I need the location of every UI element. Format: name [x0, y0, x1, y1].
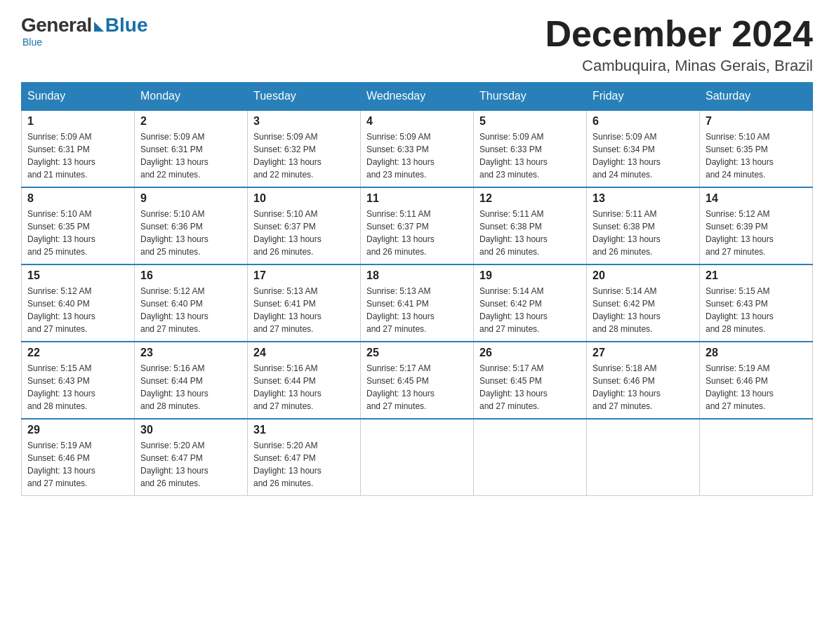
day-info: Sunrise: 5:09 AMSunset: 6:32 PMDaylight:…	[253, 130, 355, 181]
day-info: Sunrise: 5:19 AMSunset: 6:46 PMDaylight:…	[706, 362, 807, 412]
calendar-cell: 17Sunrise: 5:13 AMSunset: 6:41 PMDayligh…	[248, 264, 361, 342]
day-number: 2	[140, 115, 241, 128]
day-info: Sunrise: 5:09 AMSunset: 6:33 PMDaylight:…	[366, 130, 468, 181]
day-number: 15	[27, 269, 128, 282]
day-number: 28	[706, 347, 807, 359]
day-number: 12	[479, 192, 581, 205]
calendar-cell: 13Sunrise: 5:11 AMSunset: 6:38 PMDayligh…	[587, 187, 700, 264]
day-info: Sunrise: 5:11 AMSunset: 6:38 PMDaylight:…	[593, 208, 694, 258]
calendar-cell: 14Sunrise: 5:12 AMSunset: 6:39 PMDayligh…	[700, 187, 813, 264]
day-info: Sunrise: 5:10 AMSunset: 6:35 PMDaylight:…	[706, 130, 807, 181]
calendar-cell: 1Sunrise: 5:09 AMSunset: 6:31 PMDaylight…	[22, 110, 135, 187]
day-info: Sunrise: 5:12 AMSunset: 6:40 PMDaylight:…	[140, 285, 241, 335]
day-info: Sunrise: 5:09 AMSunset: 6:34 PMDaylight:…	[593, 130, 694, 181]
day-info: Sunrise: 5:13 AMSunset: 6:41 PMDaylight:…	[366, 285, 468, 335]
day-info: Sunrise: 5:12 AMSunset: 6:39 PMDaylight:…	[706, 208, 807, 258]
logo: General Blue Blue	[21, 14, 147, 48]
day-info: Sunrise: 5:11 AMSunset: 6:37 PMDaylight:…	[366, 208, 468, 258]
day-number: 7	[706, 115, 807, 128]
day-info: Sunrise: 5:10 AMSunset: 6:36 PMDaylight:…	[140, 208, 241, 258]
week-row-1: 1Sunrise: 5:09 AMSunset: 6:31 PMDaylight…	[22, 110, 813, 187]
calendar-cell: 31Sunrise: 5:20 AMSunset: 6:47 PMDayligh…	[248, 419, 361, 496]
day-info: Sunrise: 5:20 AMSunset: 6:47 PMDaylight:…	[140, 439, 241, 490]
calendar-cell: 30Sunrise: 5:20 AMSunset: 6:47 PMDayligh…	[135, 419, 248, 496]
day-number: 24	[253, 347, 355, 359]
day-info: Sunrise: 5:19 AMSunset: 6:46 PMDaylight:…	[27, 439, 128, 490]
logo-blue-text: Blue	[105, 14, 148, 36]
day-info: Sunrise: 5:18 AMSunset: 6:46 PMDaylight:…	[593, 362, 694, 412]
day-number: 21	[706, 269, 807, 282]
day-number: 30	[140, 424, 241, 436]
weekday-header-monday: Monday	[135, 83, 248, 111]
calendar-cell: 9Sunrise: 5:10 AMSunset: 6:36 PMDaylight…	[135, 187, 248, 264]
day-number: 8	[27, 192, 128, 205]
day-number: 31	[253, 424, 355, 436]
week-row-2: 8Sunrise: 5:10 AMSunset: 6:35 PMDaylight…	[22, 187, 813, 264]
logo-tagline: Blue	[22, 36, 147, 48]
calendar-cell: 21Sunrise: 5:15 AMSunset: 6:43 PMDayligh…	[700, 264, 813, 342]
calendar-cell	[361, 419, 474, 496]
day-number: 3	[253, 115, 355, 128]
day-number: 18	[366, 269, 468, 282]
weekday-header-row: SundayMondayTuesdayWednesdayThursdayFrid…	[22, 83, 813, 111]
calendar-cell: 20Sunrise: 5:14 AMSunset: 6:42 PMDayligh…	[587, 264, 700, 342]
day-info: Sunrise: 5:10 AMSunset: 6:35 PMDaylight:…	[27, 208, 128, 258]
calendar-cell: 22Sunrise: 5:15 AMSunset: 6:43 PMDayligh…	[22, 342, 135, 419]
day-number: 25	[366, 347, 468, 359]
week-row-5: 29Sunrise: 5:19 AMSunset: 6:46 PMDayligh…	[22, 419, 813, 496]
day-info: Sunrise: 5:09 AMSunset: 6:33 PMDaylight:…	[479, 130, 581, 181]
day-info: Sunrise: 5:16 AMSunset: 6:44 PMDaylight:…	[253, 362, 355, 412]
calendar-cell: 5Sunrise: 5:09 AMSunset: 6:33 PMDaylight…	[474, 110, 587, 187]
logo-triangle-icon	[94, 22, 104, 32]
calendar-cell: 29Sunrise: 5:19 AMSunset: 6:46 PMDayligh…	[22, 419, 135, 496]
calendar-cell: 28Sunrise: 5:19 AMSunset: 6:46 PMDayligh…	[700, 342, 813, 419]
day-info: Sunrise: 5:15 AMSunset: 6:43 PMDaylight:…	[27, 362, 128, 412]
calendar-cell: 2Sunrise: 5:09 AMSunset: 6:31 PMDaylight…	[135, 110, 248, 187]
day-info: Sunrise: 5:09 AMSunset: 6:31 PMDaylight:…	[27, 130, 128, 181]
weekday-header-friday: Friday	[587, 83, 700, 111]
calendar-cell: 19Sunrise: 5:14 AMSunset: 6:42 PMDayligh…	[474, 264, 587, 342]
title-section: December 2024 Cambuquira, Minas Gerais, …	[545, 14, 813, 75]
day-info: Sunrise: 5:11 AMSunset: 6:38 PMDaylight:…	[479, 208, 581, 258]
calendar-cell: 26Sunrise: 5:17 AMSunset: 6:45 PMDayligh…	[474, 342, 587, 419]
day-info: Sunrise: 5:09 AMSunset: 6:31 PMDaylight:…	[140, 130, 241, 181]
day-number: 19	[479, 269, 581, 282]
day-number: 13	[593, 192, 694, 205]
day-number: 20	[593, 269, 694, 282]
calendar-cell: 10Sunrise: 5:10 AMSunset: 6:37 PMDayligh…	[248, 187, 361, 264]
weekday-header-sunday: Sunday	[22, 83, 135, 111]
week-row-3: 15Sunrise: 5:12 AMSunset: 6:40 PMDayligh…	[22, 264, 813, 342]
weekday-header-thursday: Thursday	[474, 83, 587, 111]
day-number: 17	[253, 269, 355, 282]
day-info: Sunrise: 5:14 AMSunset: 6:42 PMDaylight:…	[593, 285, 694, 335]
calendar-cell: 12Sunrise: 5:11 AMSunset: 6:38 PMDayligh…	[474, 187, 587, 264]
location-subtitle: Cambuquira, Minas Gerais, Brazil	[545, 57, 813, 75]
calendar-cell: 8Sunrise: 5:10 AMSunset: 6:35 PMDaylight…	[22, 187, 135, 264]
weekday-header-wednesday: Wednesday	[361, 83, 474, 111]
day-number: 29	[27, 424, 128, 436]
day-number: 11	[366, 192, 468, 205]
weekday-header-saturday: Saturday	[700, 83, 813, 111]
day-number: 22	[27, 347, 128, 359]
weekday-header-tuesday: Tuesday	[248, 83, 361, 111]
day-number: 26	[479, 347, 581, 359]
logo-general-text: General	[21, 14, 92, 36]
calendar-cell: 25Sunrise: 5:17 AMSunset: 6:45 PMDayligh…	[361, 342, 474, 419]
calendar-cell: 7Sunrise: 5:10 AMSunset: 6:35 PMDaylight…	[700, 110, 813, 187]
day-number: 23	[140, 347, 241, 359]
day-number: 4	[366, 115, 468, 128]
day-info: Sunrise: 5:12 AMSunset: 6:40 PMDaylight:…	[27, 285, 128, 335]
calendar-cell: 18Sunrise: 5:13 AMSunset: 6:41 PMDayligh…	[361, 264, 474, 342]
day-info: Sunrise: 5:17 AMSunset: 6:45 PMDaylight:…	[366, 362, 468, 412]
day-number: 9	[140, 192, 241, 205]
day-info: Sunrise: 5:17 AMSunset: 6:45 PMDaylight:…	[479, 362, 581, 412]
calendar-cell	[587, 419, 700, 496]
day-number: 16	[140, 269, 241, 282]
calendar-cell: 11Sunrise: 5:11 AMSunset: 6:37 PMDayligh…	[361, 187, 474, 264]
calendar-cell: 6Sunrise: 5:09 AMSunset: 6:34 PMDaylight…	[587, 110, 700, 187]
day-number: 27	[593, 347, 694, 359]
day-number: 6	[593, 115, 694, 128]
day-number: 1	[27, 115, 128, 128]
day-number: 14	[706, 192, 807, 205]
calendar-cell: 4Sunrise: 5:09 AMSunset: 6:33 PMDaylight…	[361, 110, 474, 187]
